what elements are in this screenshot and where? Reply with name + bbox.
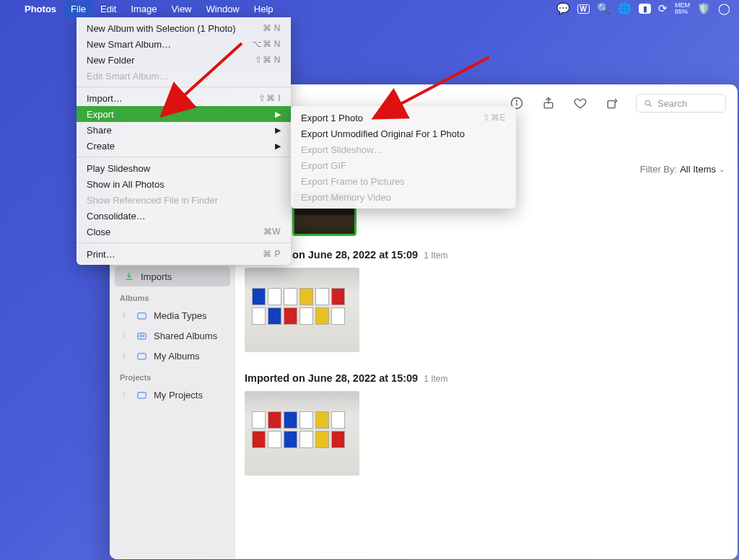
file-new-album[interactable]: New Album with Selection (1 Photo)⌘ N bbox=[76, 20, 291, 36]
file-create[interactable]: Create▶ bbox=[76, 138, 291, 154]
sidebar-heading-projects: Projects bbox=[110, 366, 235, 385]
search-placeholder: Search bbox=[657, 98, 687, 109]
menu-image[interactable]: Image bbox=[123, 1, 164, 17]
share-icon[interactable] bbox=[541, 95, 556, 111]
export-submenu: Export 1 Photo⇧⌘E Export Unmodified Orig… bbox=[291, 106, 516, 209]
status-mem[interactable]: MEM85% bbox=[675, 2, 690, 15]
file-show-referenced: Show Referenced File in Finder bbox=[76, 192, 291, 208]
status-icon-search[interactable]: 🔍 bbox=[597, 2, 611, 15]
search-box[interactable]: Search bbox=[636, 94, 726, 113]
download-icon bbox=[123, 271, 135, 283]
photo-thumbnail[interactable] bbox=[245, 268, 359, 352]
status-icon-sync[interactable]: ⟳ bbox=[658, 2, 668, 15]
sidebar-item-label: Shared Albums bbox=[154, 331, 217, 341]
svg-line-6 bbox=[650, 105, 652, 107]
chevron-right-icon: 〉 bbox=[123, 331, 130, 341]
svg-rect-8 bbox=[138, 333, 146, 338]
chevron-right-icon: 〉 bbox=[123, 311, 130, 320]
sidebar-item-shared-albums[interactable]: 〉Shared Albums bbox=[110, 325, 235, 346]
file-menu-dropdown: New Album with Selection (1 Photo)⌘ N Ne… bbox=[76, 17, 291, 265]
menu-separator bbox=[76, 87, 291, 87]
export-unmodified-original[interactable]: Export Unmodified Original For 1 Photo bbox=[291, 126, 516, 141]
chevron-down-icon: ⌄ bbox=[719, 165, 725, 173]
status-icon-camera[interactable]: ▮ bbox=[639, 4, 651, 14]
status-icon-browser[interactable]: 🌐 bbox=[618, 2, 631, 15]
file-export[interactable]: Export▶ bbox=[76, 106, 291, 122]
export-gif: Export GIF bbox=[291, 157, 516, 173]
menubar-left: Photos File Edit Image View Window Help bbox=[9, 1, 281, 17]
favorite-icon[interactable] bbox=[572, 95, 588, 111]
status-icon-wechat[interactable]: 💬 bbox=[556, 2, 570, 15]
export-frame-to-pictures: Export Frame to Pictures bbox=[291, 173, 516, 189]
sidebar-item-label: Imports bbox=[141, 271, 172, 282]
file-share[interactable]: Share▶ bbox=[76, 122, 291, 138]
export-slideshow: Export Slideshow… bbox=[291, 141, 516, 157]
rotate-icon[interactable] bbox=[604, 95, 620, 111]
file-new-smart-album[interactable]: New Smart Album…⌥⌘ N bbox=[76, 36, 291, 52]
shared-icon bbox=[136, 330, 148, 342]
project-icon bbox=[136, 389, 148, 401]
chevron-right-icon: 〉 bbox=[123, 351, 130, 361]
status-icon-shield[interactable]: 🛡️ bbox=[697, 2, 711, 15]
menu-edit[interactable]: Edit bbox=[93, 1, 123, 17]
menu-separator bbox=[76, 157, 291, 157]
file-print[interactable]: Print…⌘ P bbox=[76, 246, 291, 262]
group-title: Imported on June 28, 2022 at 15:09 bbox=[245, 372, 418, 384]
album-icon bbox=[136, 350, 148, 362]
group-count: 1 Item bbox=[424, 250, 447, 261]
app-name[interactable]: Photos bbox=[17, 1, 64, 17]
sidebar-item-label: My Albums bbox=[154, 351, 200, 362]
file-show-all-photos[interactable]: Show in All Photos bbox=[76, 176, 291, 192]
svg-rect-7 bbox=[138, 312, 146, 318]
menu-help[interactable]: Help bbox=[247, 1, 281, 17]
sidebar-item-label: Media Types bbox=[154, 310, 206, 321]
sidebar-item-imports[interactable]: Imports bbox=[115, 266, 230, 286]
svg-rect-11 bbox=[138, 353, 146, 359]
sidebar-item-label: My Projects bbox=[154, 390, 203, 401]
file-import[interactable]: Import…⇧⌘ I bbox=[76, 90, 291, 106]
chevron-right-icon: ▶ bbox=[275, 126, 281, 135]
sidebar-heading-albums: Albums bbox=[110, 286, 235, 305]
filter-row[interactable]: Filter By: All Items ⌄ bbox=[640, 164, 725, 175]
chevron-right-icon: ▶ bbox=[275, 141, 281, 151]
menu-window[interactable]: Window bbox=[199, 1, 247, 17]
menu-file[interactable]: File bbox=[64, 1, 93, 17]
menu-separator bbox=[76, 242, 291, 243]
svg-point-10 bbox=[142, 335, 144, 337]
svg-rect-12 bbox=[138, 392, 146, 398]
chevron-right-icon: ▶ bbox=[275, 110, 281, 119]
export-memory-video: Export Memory Video bbox=[291, 189, 516, 205]
file-close[interactable]: Close⌘W bbox=[76, 224, 291, 240]
svg-point-2 bbox=[517, 100, 517, 101]
status-icon-app[interactable]: W bbox=[577, 4, 590, 14]
group-count: 1 Item bbox=[424, 374, 447, 384]
sidebar-item-my-projects[interactable]: 〉My Projects bbox=[110, 385, 235, 405]
svg-rect-4 bbox=[608, 101, 615, 108]
filter-value: All Items bbox=[680, 164, 716, 175]
search-icon bbox=[644, 99, 653, 108]
folder-icon bbox=[136, 310, 148, 322]
group-header: Imported on June 28, 2022 at 15:09 1 Ite… bbox=[241, 236, 738, 268]
sidebar-item-media-types[interactable]: 〉Media Types bbox=[110, 305, 235, 325]
status-icon-more[interactable]: ◯ bbox=[718, 2, 730, 15]
menubar: Photos File Edit Image View Window Help … bbox=[0, 0, 739, 17]
file-consolidate[interactable]: Consolidate… bbox=[76, 208, 291, 224]
file-play-slideshow[interactable]: Play Slideshow bbox=[76, 160, 291, 176]
file-edit-smart-album: Edit Smart Album… bbox=[76, 68, 291, 84]
svg-point-5 bbox=[645, 100, 650, 105]
menu-view[interactable]: View bbox=[165, 1, 199, 17]
svg-point-9 bbox=[139, 335, 141, 337]
sidebar-item-my-albums[interactable]: 〉My Albums bbox=[110, 346, 235, 366]
group-header: Imported on June 28, 2022 at 15:09 1 Ite… bbox=[241, 359, 738, 391]
chevron-right-icon: 〉 bbox=[123, 390, 130, 400]
toolbar-right: Search bbox=[509, 94, 726, 113]
export-1-photo[interactable]: Export 1 Photo⇧⌘E bbox=[291, 110, 516, 126]
file-new-folder[interactable]: New Folder⇧⌘ N bbox=[76, 52, 291, 68]
menubar-right: 💬 W 🔍 🌐 ▮ ⟳ MEM85% 🛡️ ◯ bbox=[556, 2, 730, 15]
photo-thumbnail[interactable] bbox=[245, 391, 359, 476]
filter-label: Filter By: bbox=[640, 164, 677, 175]
